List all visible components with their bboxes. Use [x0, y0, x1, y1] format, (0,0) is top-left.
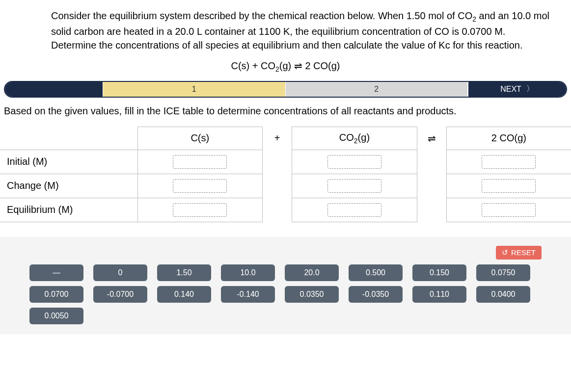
- ice-cell: [446, 150, 571, 174]
- col-header: 2 CO(g): [446, 127, 571, 150]
- answer-chip[interactable]: 0.0400: [476, 286, 530, 303]
- ice-cell-input[interactable]: [173, 155, 227, 169]
- step-instruction: Based on the given values, fill in the I…: [0, 98, 571, 127]
- progress-cap: [5, 82, 103, 97]
- ice-cell: [292, 150, 417, 174]
- ice-cell: [446, 174, 571, 198]
- ice-cell: [137, 150, 263, 174]
- row-label: Initial (M): [0, 150, 137, 174]
- answer-chip[interactable]: 0.110: [412, 286, 466, 303]
- col-header: CO2(g): [292, 127, 417, 150]
- table-corner: [0, 127, 137, 150]
- chips-row: 0.0700-0.07000.140-0.1400.0350-0.03500.1…: [29, 286, 542, 303]
- ice-cell-input[interactable]: [327, 203, 381, 217]
- answer-chip[interactable]: 0.0350: [285, 286, 339, 303]
- reaction-equation: C(s) + CO2(g) ⇌ 2 CO(g): [0, 57, 571, 81]
- row-label: Equilibrium (M): [0, 198, 137, 222]
- ice-cell-input[interactable]: [482, 179, 536, 193]
- chips-row: —01.5010.020.00.5000.1500.0750: [29, 264, 542, 281]
- problem-prompt: Consider the equilibrium system describe…: [0, 0, 571, 57]
- chips-row: 0.0050: [29, 308, 542, 324]
- table-row: Initial (M): [0, 150, 571, 174]
- answer-chip[interactable]: 10.0: [221, 264, 275, 281]
- operator-cell: [417, 150, 446, 174]
- ice-cell-input[interactable]: [173, 179, 227, 193]
- operator-cell: [417, 198, 446, 222]
- answer-chip[interactable]: 0.0050: [29, 308, 83, 324]
- ice-cell-input[interactable]: [482, 203, 536, 217]
- answer-chip[interactable]: -0.140: [221, 286, 275, 303]
- answer-chip[interactable]: 0.0750: [476, 264, 530, 281]
- answer-chip[interactable]: 1.50: [157, 264, 211, 281]
- table-row: Change (M): [0, 174, 571, 198]
- ice-cell: [137, 198, 263, 222]
- answer-chips-area: ↺ RESET —01.5010.020.00.5000.1500.07500.…: [0, 237, 571, 334]
- chevron-right-icon: 〉: [526, 84, 534, 94]
- table-row: Equilibrium (M): [0, 198, 571, 222]
- answer-chip[interactable]: 0.500: [349, 264, 403, 281]
- ice-table: C(s)+CO2(g)⇌2 CO(g) Initial (M)Change (M…: [0, 127, 571, 222]
- answer-chip[interactable]: -0.0700: [93, 286, 147, 303]
- answer-chip[interactable]: -0.0350: [349, 286, 403, 303]
- operator-cell: [417, 174, 446, 198]
- col-header: +: [263, 127, 292, 150]
- ice-cell-input[interactable]: [482, 155, 536, 169]
- answer-chip[interactable]: 20.0: [285, 264, 339, 281]
- ice-cell: [137, 174, 263, 198]
- answer-chip[interactable]: 0.140: [157, 286, 211, 303]
- next-label: NEXT: [500, 85, 521, 94]
- answer-chip[interactable]: 0.150: [412, 264, 466, 281]
- undo-icon: ↺: [502, 248, 508, 257]
- operator-cell: [263, 198, 292, 222]
- progress-step-2[interactable]: 2: [286, 82, 468, 97]
- answer-chip[interactable]: 0: [93, 264, 147, 281]
- progress-bar: 12 NEXT 〉: [4, 81, 567, 98]
- ice-cell: [446, 198, 571, 222]
- answer-chip[interactable]: —: [29, 264, 83, 281]
- reset-label: RESET: [511, 248, 536, 257]
- answer-chip[interactable]: 0.0700: [29, 286, 83, 303]
- operator-cell: [263, 174, 292, 198]
- row-label: Change (M): [0, 174, 137, 198]
- ice-cell-input[interactable]: [327, 179, 381, 193]
- ice-cell: [292, 174, 417, 198]
- ice-cell-input[interactable]: [173, 203, 227, 217]
- ice-cell: [292, 198, 417, 222]
- col-header: ⇌: [417, 127, 446, 150]
- ice-cell-input[interactable]: [327, 155, 381, 169]
- col-header: C(s): [137, 127, 263, 150]
- progress-step-1[interactable]: 1: [103, 82, 286, 97]
- operator-cell: [263, 150, 292, 174]
- next-button[interactable]: NEXT 〉: [468, 82, 566, 97]
- reset-button[interactable]: ↺ RESET: [496, 246, 542, 260]
